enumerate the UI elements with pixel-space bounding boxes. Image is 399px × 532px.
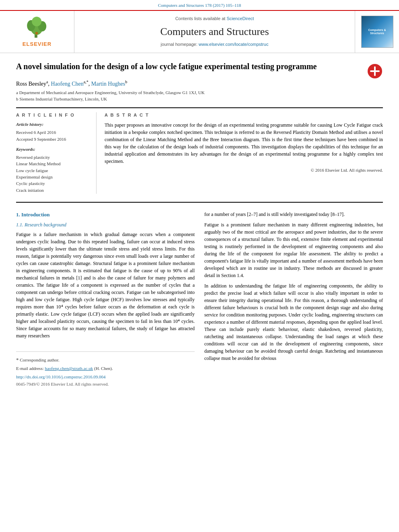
affiliations: a Department of Mechanical and Aerospace… [16,89,383,103]
journal-title: Computers and Structures [160,25,269,39]
body-col-left: 1. Introduction 1.1. Research background… [16,211,195,388]
body-paragraph: Fatigue is a prominent failure mechanism… [204,221,383,279]
article-info-col: A R T I C L E I N F O Article history: R… [16,112,97,194]
svg-point-5 [35,32,38,35]
body-paragraph: In addition to understanding the fatigue… [204,282,383,362]
keyword-item: Reversed plasticity [16,154,90,160]
elsevier-tree-icon [21,15,53,39]
body-paragraph: Fatigue is a failure mechanism in which … [16,231,195,339]
body-col-right: for a number of years [2–7] and is still… [204,211,383,388]
footer-copyright: 0045-7949/© 2016 Elsevier Ltd. All right… [16,381,195,388]
info-abstract-section: A R T I C L E I N F O Article history: R… [16,107,383,194]
email-line: E-mail address: haofeng.chen@strath.ac.u… [16,365,195,372]
corresponding-label: Corresponding author. [20,357,59,362]
doi-link[interactable]: http://dx.doi.org/10.1016/j.compstruc.20… [16,374,195,380]
journal-ref-link[interactable]: Computers and Structures 178 (2017) 105–… [158,3,241,8]
page: Computers and Structures 178 (2017) 105–… [0,0,399,532]
received-date: Received 6 April 2016 [16,129,90,136]
sciencedirect-line: Contents lists available at ScienceDirec… [175,16,254,22]
keyword-item: Experimental design [16,174,90,180]
journal-cover-text: Computers & Structures [363,29,391,35]
header-center: Contents lists available at ScienceDirec… [74,11,355,52]
homepage-line: journal homepage: www.elsevier.com/locat… [161,41,269,47]
body-col1-paragraphs: Fatigue is a failure mechanism in which … [16,231,195,339]
keyword-item: Linear Matching Method [16,161,90,167]
journal-cover-image: Computers & Structures [361,16,393,48]
corresponding-note: * Corresponding author. [16,356,195,364]
author1: Ross Beesley [16,80,46,86]
abstract-text: This paper proposes an innovative concep… [105,121,383,165]
header-logo-area: ELSEVIER [0,11,74,52]
journal-header: ELSEVIER Contents lists available at Sci… [0,10,399,53]
keywords-label: Keywords: [16,146,90,152]
article-content: A novel simulation for the design of a l… [0,53,399,396]
footer: * Corresponding author. E-mail address: … [16,351,195,388]
subsection1-heading: 1.1. Research background [16,221,195,228]
article-info-label: A R T I C L E I N F O [16,112,90,118]
keyword-item: Low cycle fatigue [16,168,90,174]
abstract-label: A B S T R A C T [105,112,383,118]
elsevier-wordmark: ELSEVIER [23,41,51,48]
journal-ref-bar: Computers and Structures 178 (2017) 105–… [0,0,399,10]
author2-link[interactable]: Haofeng Chen [51,80,84,86]
body-col2-paragraphs: for a number of years [2–7] and is still… [204,211,383,362]
author3-link[interactable]: Martin Hughes [91,80,125,86]
email-label: E-mail address: [16,366,44,371]
body-paragraph: for a number of years [2–7] and is still… [204,211,383,218]
author1-sup: a [46,80,48,84]
homepage-url[interactable]: www.elsevier.com/locate/compstruc [199,42,269,47]
elsevier-logo: ELSEVIER [21,15,53,48]
email-link[interactable]: haofeng.chen@strath.ac.uk [45,366,93,371]
header-cover-area: Computers & Structures [355,11,399,52]
article-title: A novel simulation for the design of a l… [16,61,317,72]
crossmark-icon [367,63,383,79]
keyword-item: Cyclic plasticity [16,181,90,187]
body-content: 1. Introduction 1.1. Research background… [16,202,383,388]
accepted-date: Accepted 9 September 2016 [16,136,90,142]
sciencedirect-link[interactable]: ScienceDirect [226,16,254,21]
authors-line: Ross Beesleya, Haofeng Chena,*, Martin H… [16,79,383,88]
author3-sup: b [125,80,127,84]
title-row: A novel simulation for the design of a l… [16,61,383,79]
article-history-label: Article history: [16,121,90,127]
affiliation-a: a Department of Mechanical and Aerospace… [16,89,383,96]
keywords-list: Reversed plasticityLinear Matching Metho… [16,154,90,193]
star-symbol: * [16,357,19,363]
svg-point-4 [32,17,41,27]
abstract-col: A B S T R A C T This paper proposes an i… [105,112,383,194]
body-two-col: 1. Introduction 1.1. Research background… [16,211,383,388]
section1-heading: 1. Introduction [16,211,195,219]
author2-sup: a,* [84,80,88,84]
affiliation-b: b Siemens Industrial Turbomachinery, Lin… [16,96,383,103]
keyword-item: Crack initiation [16,187,90,193]
copyright-line: © 2016 Elsevier Ltd. All rights reserved… [105,167,383,173]
email-suffix: (H. Chen). [94,366,113,371]
